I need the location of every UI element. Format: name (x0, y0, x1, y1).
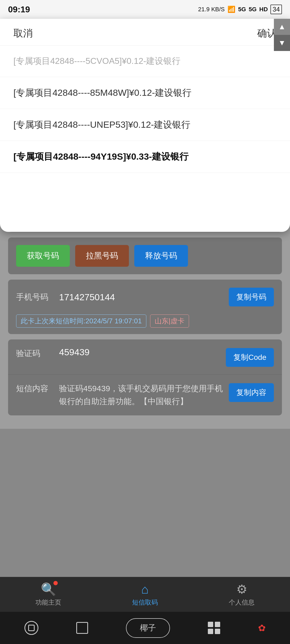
dropdown-item-1[interactable]: [专属项目42848----85M48W]¥0.12-建设银行 (0, 77, 290, 109)
status-icons: 21.9 KB/S 📶 5G 5G HD 34 (198, 5, 282, 14)
sms-content-row: 短信内容 验证码459439，该手机交易码用于您使用手机银行的自助注册功能。【中… (8, 375, 282, 415)
data-speed: 21.9 KB/S (198, 6, 225, 13)
dropdown-panel: 取消 确认 [专属项目42848----5CVOA5]¥0.12-建设银行 [专… (0, 19, 290, 232)
nav-label-home: 功能主页 (35, 598, 61, 607)
copy-sms-button[interactable]: 复制内容 (229, 383, 274, 402)
sys-grid-button[interactable] (208, 622, 220, 634)
sys-center-button[interactable]: 椰子 (126, 618, 170, 638)
sys-grid-icon (208, 622, 220, 634)
gear-icon: ⚙ (236, 582, 247, 597)
grid-dot-1 (208, 622, 213, 627)
sys-community-button[interactable]: ✿ (258, 623, 266, 633)
scroll-up-arrow[interactable]: ▲ (274, 19, 290, 35)
nav-badge (53, 581, 58, 585)
nav-item-sms[interactable]: ⌂ 短信取码 (132, 582, 158, 607)
dropdown-header: 取消 确认 (0, 19, 290, 46)
wifi-icon: 📶 (227, 6, 235, 13)
sys-recent-button[interactable] (76, 622, 88, 634)
grid-dot-2 (215, 622, 220, 627)
sms-content-value: 验证码459439，该手机交易码用于您使用手机银行的自助注册功能。【中国银行】 (59, 382, 229, 408)
signal-5g-2: 5G (249, 6, 256, 13)
phone-card: 手机号码 17142750144 复制号码 此卡上次来短信时间:2024/5/7… (8, 280, 282, 334)
sys-recent-icon (76, 622, 88, 634)
verify-code-row: 验证码 459439 复制Code (8, 339, 282, 375)
hd-icon: HD (259, 6, 268, 13)
sys-home-inner (28, 625, 35, 631)
status-bar: 09:19 21.9 KB/S 📶 5G 5G HD 34 (0, 0, 290, 19)
phone-number-row: 手机号码 17142750144 复制号码 (8, 280, 282, 314)
grid-dot-4 (215, 629, 220, 634)
search-icon: 🔍 (41, 582, 56, 597)
sms-label: 短信内容 (16, 382, 59, 394)
status-time: 09:19 (8, 5, 30, 14)
phone-label: 手机号码 (16, 292, 59, 303)
get-number-button[interactable]: 获取号码 (16, 245, 70, 267)
battery-icon: 34 (270, 5, 282, 14)
cancel-button[interactable]: 取消 (13, 27, 33, 40)
verify-card: 验证码 459439 复制Code 短信内容 验证码459439，该手机交易码用… (8, 339, 282, 415)
blacklist-button[interactable]: 拉黑号码 (75, 245, 129, 267)
dropdown-empty-space (0, 173, 290, 232)
nav-label-sms: 短信取码 (132, 598, 158, 607)
dropdown-item-3[interactable]: [专属项目42848----94Y19S]¥0.33-建设银行 (0, 141, 290, 173)
nav-label-profile: 个人信息 (229, 598, 255, 607)
scroll-arrows[interactable]: ▲ ▼ (274, 19, 290, 51)
dropdown-item-0[interactable]: [专属项目42848----5CVOA5]¥0.12-建设银行 (0, 46, 290, 77)
sys-home-button[interactable] (24, 621, 38, 635)
release-button[interactable]: 释放号码 (134, 245, 188, 267)
signal-5g-1: 5G (238, 6, 246, 13)
verify-code-value: 459439 (59, 347, 226, 357)
grid-dot-3 (208, 629, 213, 634)
verify-code-label: 验证码 (16, 347, 59, 359)
virtual-card-tag: 山东|虚卡 (150, 314, 189, 328)
bottom-nav: 🔍 功能主页 ⌂ 短信取码 ⚙ 个人信息 (0, 577, 290, 612)
sys-home-icon (24, 621, 38, 635)
nav-item-profile[interactable]: ⚙ 个人信息 (229, 582, 255, 607)
phone-info-row: 此卡上次来短信时间:2024/5/7 19:07:01 山东|虚卡 (8, 314, 282, 334)
copy-number-button[interactable]: 复制号码 (229, 288, 274, 306)
last-sms-time-tag: 此卡上次来短信时间:2024/5/7 19:07:01 (16, 314, 146, 328)
sys-nav: 椰子 ✿ (0, 612, 290, 644)
sys-center-label[interactable]: 椰子 (126, 618, 170, 638)
phone-number-value: 17142750144 (59, 292, 229, 302)
action-buttons-card: 获取号码 拉黑号码 释放号码 (8, 237, 282, 274)
nav-item-home[interactable]: 🔍 功能主页 (35, 582, 61, 607)
copy-code-button[interactable]: 复制Code (226, 348, 274, 367)
sys-community-icon: ✿ (258, 623, 266, 633)
dropdown-item-2[interactable]: [专属项目42848----UNEP53]¥0.12-建设银行 (0, 109, 290, 141)
home-icon: ⌂ (141, 582, 149, 597)
scroll-down-arrow[interactable]: ▼ (274, 35, 290, 51)
